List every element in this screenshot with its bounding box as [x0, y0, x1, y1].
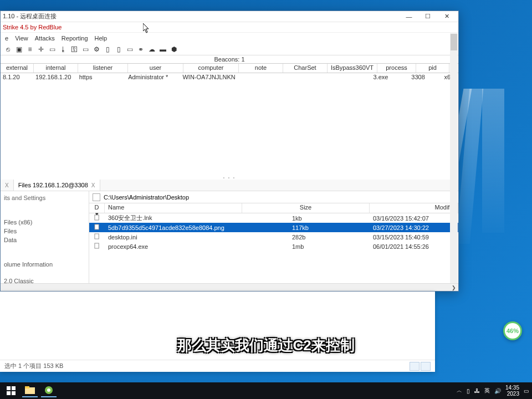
package-icon[interactable]: ▭ [48, 45, 56, 53]
cloud-icon[interactable]: ☁ [148, 45, 156, 53]
tree-item[interactable]: Files (x86) [1, 218, 89, 227]
tree-item[interactable]: 2.0 Classic [1, 277, 89, 283]
col-computer[interactable]: computer [183, 64, 239, 73]
explorer-status-text: 选中 1 个项目 153 KB [4, 362, 63, 370]
main-window: 1.10 - 远程桌面连接 — ☐ ✕ Strike 4.5 by RedBlu… [0, 11, 459, 291]
explorer-window[interactable]: 选中 1 个项目 153 KB [0, 291, 435, 372]
tray-icon[interactable]: ▯ [467, 388, 470, 394]
beacon-grid-header[interactable]: external internal listener user computer… [1, 63, 458, 73]
file-row-selected[interactable]: 5db7d9355d5c4971acde832e58e8084.png 117k… [89, 223, 458, 232]
connect-icon[interactable]: ⎋ [4, 45, 12, 53]
menu-help[interactable]: Help [95, 35, 108, 42]
tray-network-icon[interactable]: 🖧 [474, 388, 480, 394]
cursor-icon [143, 23, 150, 33]
file-row[interactable]: 360安全卫士.lnk 1kb 03/16/2023 15:42:07 [89, 213, 458, 223]
cube-icon[interactable]: ⬢ [170, 45, 178, 53]
svg-rect-1 [94, 224, 98, 229]
view-details-icon[interactable] [410, 362, 420, 371]
beacon-row[interactable]: 8.1.20 192.168.1.20 https Administrator … [1, 73, 458, 83]
menu-view[interactable]: View [15, 35, 28, 42]
rdp-title: 1.10 - 远程桌面连接 [3, 12, 400, 21]
path-text[interactable]: C:\Users\Administrator\Desktop [104, 194, 455, 201]
svg-rect-4 [7, 386, 11, 390]
key-icon[interactable]: ⚿ [70, 45, 78, 53]
col-note[interactable]: note [239, 64, 283, 73]
ime-indicator[interactable]: 英 [484, 387, 490, 395]
file-pane: C:\Users\Administrator\Desktop D ▾ Name … [89, 191, 458, 283]
col-bypass[interactable]: IsBypass360VT [328, 64, 377, 73]
tab-files-label: Files 192.168.1.20@3308 [18, 182, 88, 188]
col-filesize[interactable]: Size [242, 203, 370, 213]
file-icon [94, 214, 100, 221]
col-modified[interactable]: Modifie [370, 203, 458, 213]
file-icon [94, 233, 100, 239]
file-icon [94, 224, 100, 230]
tab-files-close[interactable]: X [91, 182, 95, 188]
gear-icon[interactable]: ⚙ [93, 45, 100, 53]
view-large-icon[interactable] [421, 362, 431, 371]
link-icon[interactable]: ⚭ [137, 45, 145, 53]
clock[interactable]: 14:35 2023 [505, 385, 519, 397]
tab-1[interactable]: X [1, 180, 14, 191]
col-process[interactable]: process [377, 64, 416, 73]
menu-reporting[interactable]: Reporting [62, 35, 88, 42]
file-row[interactable]: procexp64.exe 1mb 06/01/2021 14:55:26 [89, 242, 458, 251]
svg-rect-2 [94, 234, 98, 239]
taskbar-app[interactable] [41, 384, 57, 397]
up-folder-icon[interactable] [93, 193, 100, 201]
taskbar[interactable]: ︿ ▯ 🖧 英 🔊 14:35 2023 ▭ [0, 382, 532, 399]
tree-item[interactable]: Files [1, 227, 89, 236]
splitter[interactable]: • • • [1, 175, 458, 180]
col-pid[interactable]: pid [416, 64, 449, 73]
path-bar[interactable]: C:\Users\Administrator\Desktop [89, 191, 458, 203]
list-icon[interactable]: ≡ [26, 45, 34, 53]
file-row[interactable]: desktop.ini 282b 03/15/2023 15:40:59 [89, 232, 458, 242]
col-listener[interactable]: listener [78, 64, 128, 73]
lower-tab-bar: X Files 192.168.1.20@3308 X [1, 180, 458, 191]
svg-rect-9 [25, 386, 29, 388]
tray-chevron-icon[interactable]: ︿ [457, 387, 462, 395]
toolbar: ⎋ ▣ ≡ ✛ ▭ ⭳ ⚿ ▭ ⚙ ▯ ▯ ▭ ⚭ ☁ ▬ ⬢ [1, 43, 458, 55]
tab-files[interactable]: Files 192.168.1.20@3308 X [14, 180, 100, 191]
col-user[interactable]: user [128, 64, 183, 73]
doc-icon[interactable]: ▯ [104, 45, 111, 53]
h-scrollbar[interactable]: ❯ [1, 283, 458, 291]
maximize-button[interactable]: ☐ [418, 12, 437, 22]
target-icon[interactable]: ✛ [37, 45, 45, 53]
notification-icon[interactable]: ▭ [524, 388, 529, 394]
percent-badge[interactable]: 46% [503, 321, 522, 340]
download-icon[interactable]: ⭳ [59, 45, 67, 53]
tree-item[interactable]: olume Information [1, 260, 89, 269]
file-icon [94, 243, 100, 249]
grid-icon[interactable]: ▣ [15, 45, 23, 53]
col-internal[interactable]: internal [34, 64, 78, 73]
taskbar-explorer[interactable] [22, 384, 38, 397]
image-icon[interactable]: ▭ [126, 45, 134, 53]
rdp-title-bar[interactable]: 1.10 - 远程桌面连接 — ☐ ✕ [1, 11, 458, 22]
svg-rect-7 [12, 391, 16, 395]
v-scrollbar[interactable] [450, 33, 458, 283]
tree-item[interactable]: Data [1, 236, 89, 244]
col-external[interactable]: external [1, 64, 34, 73]
tab-1-close[interactable]: X [5, 182, 9, 188]
folder-tree[interactable]: its and Settings Files (x86) Files Data … [1, 191, 89, 283]
video-caption: 那么其实我们通过C2来控制 [177, 336, 354, 355]
tree-head: its and Settings [1, 193, 89, 202]
col-charset[interactable]: CharSet [283, 64, 328, 73]
col-filename[interactable]: Name [105, 203, 242, 213]
menu-bar: e View Attacks Reporting Help [1, 33, 458, 43]
col-d[interactable]: D ▾ [89, 203, 105, 213]
explorer-status-bar: 选中 1 个项目 153 KB [0, 360, 435, 372]
browser-icon[interactable]: ▭ [81, 45, 89, 53]
menu-e[interactable]: e [5, 35, 8, 42]
tray-volume-icon[interactable]: 🔊 [494, 388, 501, 394]
clipboard-icon[interactable]: ▯ [115, 45, 122, 53]
file-list-header[interactable]: D ▾ Name Size Modifie [89, 203, 458, 213]
menu-attacks[interactable]: Attacks [35, 35, 55, 42]
screen-icon[interactable]: ▬ [159, 45, 167, 53]
close-button[interactable]: ✕ [437, 12, 456, 22]
svg-rect-0 [94, 215, 98, 220]
minimize-button[interactable]: — [400, 12, 418, 22]
app-title: Strike 4.5 by RedBlue [1, 22, 458, 33]
start-button[interactable] [3, 384, 19, 397]
